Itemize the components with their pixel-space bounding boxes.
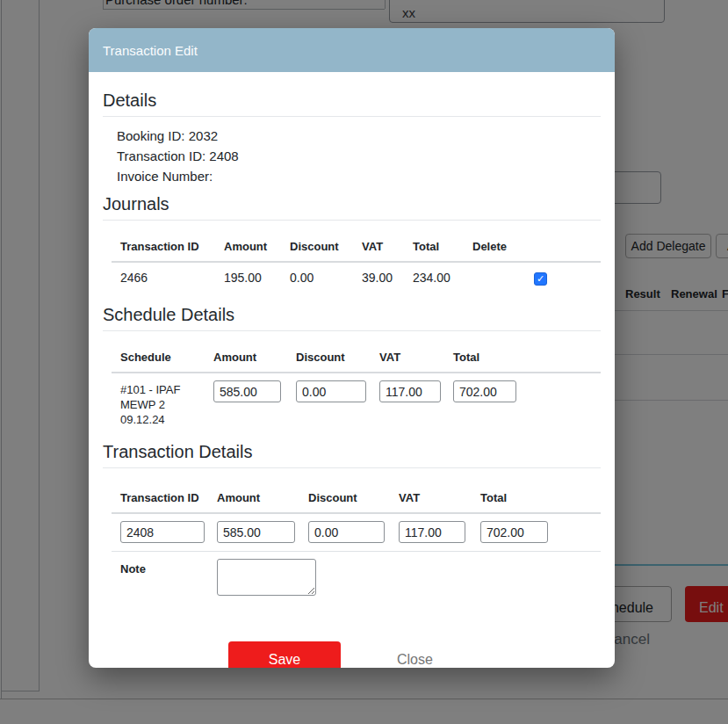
transaction-total-input[interactable] <box>480 521 548 543</box>
col-discount: Discount <box>308 491 399 504</box>
details-block: Booking ID: 2032 Transaction ID: 2408 In… <box>117 126 601 186</box>
journals-table: Transaction ID Amount Discount VAT Total… <box>112 221 601 293</box>
transaction-input-row <box>112 514 601 552</box>
journals-heading: Journals <box>103 194 601 221</box>
transaction-details-heading: Transaction Details <box>103 442 601 468</box>
transaction-header-row: Transaction ID Amount Discount VAT Total <box>112 468 601 514</box>
transaction-vat-input[interactable] <box>399 521 465 543</box>
delete-checkbox[interactable] <box>534 272 547 286</box>
col-amount: Amount <box>213 351 296 364</box>
journals-row: 2466 195.00 0.00 39.00 234.00 <box>112 263 601 293</box>
schedule-vat-input[interactable] <box>379 380 441 402</box>
journal-total: 234.00 <box>413 271 472 285</box>
invoice-number-text: Invoice Number: <box>117 166 601 186</box>
schedule-row: #101 - IPAF MEWP 2 09.12.24 <box>112 373 601 432</box>
transaction-discount-input[interactable] <box>308 521 385 543</box>
col-amount: Amount <box>217 491 308 504</box>
col-vat: VAT <box>399 491 480 504</box>
note-textarea[interactable] <box>217 559 316 596</box>
save-button[interactable]: Save <box>228 641 341 668</box>
schedule-discount-input[interactable] <box>296 380 366 402</box>
col-schedule: Schedule <box>120 351 213 364</box>
col-vat: VAT <box>362 240 413 253</box>
journal-discount: 0.00 <box>290 271 362 285</box>
transaction-edit-modal: Transaction Edit Details Booking ID: 203… <box>89 28 615 668</box>
col-transaction-id: Transaction ID <box>120 491 217 504</box>
modal-actions: Save Close <box>228 641 601 668</box>
schedule-details-table: Schedule Amount Discount VAT Total #101 … <box>112 331 601 432</box>
col-delete: Delete <box>472 240 601 253</box>
col-transaction-id: Transaction ID <box>120 240 224 253</box>
details-heading: Details <box>103 90 601 117</box>
journal-transaction-id: 2466 <box>120 271 224 285</box>
schedule-details-heading: Schedule Details <box>103 305 601 331</box>
schedule-header-row: Schedule Amount Discount VAT Total <box>112 331 601 373</box>
transaction-id-input[interactable] <box>120 521 205 543</box>
modal-header: Transaction Edit <box>89 28 615 72</box>
transaction-amount-input[interactable] <box>217 521 295 543</box>
journals-header-row: Transaction ID Amount Discount VAT Total… <box>112 221 601 263</box>
modal-body: Details Booking ID: 2032 Transaction ID:… <box>89 90 615 668</box>
col-discount: Discount <box>290 240 362 253</box>
note-row: Note <box>112 552 601 598</box>
col-amount: Amount <box>224 240 290 253</box>
transaction-details-table: Transaction ID Amount Discount VAT Total… <box>112 468 601 598</box>
transaction-id-text: Transaction ID: 2408 <box>117 146 601 166</box>
note-label: Note <box>120 557 217 576</box>
modal-title: Transaction Edit <box>103 43 198 58</box>
col-vat: VAT <box>379 351 453 364</box>
col-total: Total <box>413 240 472 253</box>
journal-vat: 39.00 <box>362 271 413 285</box>
col-total: Total <box>453 351 601 364</box>
col-discount: Discount <box>296 351 379 364</box>
booking-id-text: Booking ID: 2032 <box>117 126 601 146</box>
journal-amount: 195.00 <box>224 271 290 285</box>
col-total: Total <box>480 491 601 504</box>
close-button[interactable]: Close <box>397 652 433 668</box>
schedule-label: #101 - IPAF MEWP 2 09.12.24 <box>120 380 210 427</box>
screen: Purchase order number: Add Delegate A Re… <box>0 0 728 724</box>
schedule-amount-input[interactable] <box>213 380 281 402</box>
schedule-total-input[interactable] <box>453 380 516 402</box>
